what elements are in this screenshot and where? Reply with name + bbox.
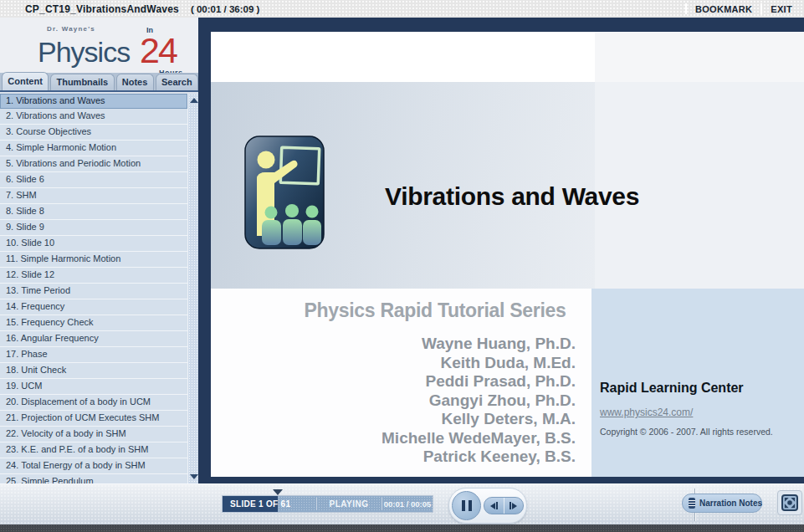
slide-counter: SLIDE 1 OF 61	[230, 496, 290, 512]
transport-controls	[448, 488, 527, 524]
slide-canvas: Vibrations and Waves Physics Rapid Tutor…	[211, 32, 804, 477]
presenter-classroom-icon	[244, 136, 325, 249]
toc-item[interactable]: 2. Vibrations and Waves	[0, 109, 187, 125]
toc-item[interactable]: 12. Slide 12	[0, 268, 187, 284]
toc-item[interactable]: 16. Angular Frequency	[0, 331, 187, 347]
toc-item[interactable]: 15. Frequency Check	[0, 315, 187, 331]
progress-bar[interactable]: SLIDE 1 OF 61 PLAYING 00:01 / 00:05	[222, 495, 433, 513]
sidebar: Dr. Wayne's Physics 24 In Hours ContentT…	[0, 18, 198, 483]
scroll-up-icon[interactable]	[190, 98, 198, 103]
player-bar: SLIDE 1 OF 61 PLAYING 00:01 / 00:05	[0, 483, 804, 524]
author-line: Wayne Huang, Ph.D.	[244, 335, 576, 354]
author-line: Kelly Deters, M.A.	[244, 410, 576, 429]
toc-item[interactable]: 24. Total Energy of a body in SHM	[0, 458, 187, 474]
toc-item[interactable]: 1. Vibrations and Waves	[0, 94, 187, 109]
toc-item[interactable]: 8. Slide 8	[0, 204, 187, 220]
pause-icon	[469, 500, 472, 511]
toc-item[interactable]: 4. Simple Harmonic Motion	[0, 141, 187, 156]
toc-item[interactable]: 14. Frequency	[0, 299, 187, 315]
separator	[685, 3, 687, 14]
toc-item[interactable]: 18. Unit Check	[0, 363, 187, 379]
window-elapsed-time: ( 00:01 / 36:09 )	[191, 4, 259, 14]
tab-search[interactable]: Search	[156, 74, 198, 90]
toc-item[interactable]: 11. Simple Harmonic Motion	[0, 252, 187, 268]
authors-list: Wayne Huang, Ph.D.Keith Duda, M.Ed.Peddi…	[244, 335, 576, 467]
exit-button[interactable]: EXIT	[771, 4, 792, 14]
fullscreen-icon	[781, 494, 798, 511]
toc-scrollbar[interactable]	[187, 94, 198, 483]
brand-name: Rapid Learning Center	[600, 381, 744, 396]
notes-icon	[689, 498, 695, 509]
toc-item[interactable]: 17. Phase	[0, 347, 187, 363]
series-subtitle: Physics Rapid Tutorial Series	[293, 299, 577, 322]
logo-in: In	[146, 26, 153, 34]
slide-time: 00:01 / 00:05	[382, 496, 433, 512]
title-bar: CP_CT19_VibrationsAndWaves ( 00:01 / 36:…	[0, 0, 804, 18]
seek-marker-icon[interactable]	[273, 489, 283, 495]
toc-item[interactable]: 7. SHM	[0, 188, 187, 204]
toc-item[interactable]: 6. Slide 6	[0, 172, 187, 188]
logo-word: Physics	[38, 36, 130, 69]
author-line: Peddi Prasad, Ph.D.	[244, 372, 576, 391]
notes-label: Narration Notes	[699, 499, 762, 508]
tab-content[interactable]: Content	[2, 72, 49, 90]
step-forward-icon	[512, 503, 517, 509]
brand-copyright: Copyright © 2006 - 2007. All rights rese…	[600, 427, 773, 437]
step-back-icon	[490, 503, 495, 509]
author-line: Patrick Keeney, B.S.	[244, 448, 576, 467]
slide-top-band	[595, 32, 804, 82]
step-forward-button[interactable]	[504, 498, 524, 514]
toc-item[interactable]: 13. Time Period	[0, 284, 187, 299]
brand-url-link[interactable]: www.physics24.com/	[600, 407, 693, 418]
logo-number: 24	[140, 30, 177, 71]
slide-stage: Vibrations and Waves Physics Rapid Tutor…	[198, 18, 804, 483]
brand-panel: Rapid Learning Center www.physics24.com/…	[591, 289, 804, 477]
author-line: Michelle WedeMayer, B.S.	[244, 429, 576, 448]
pause-icon	[462, 500, 465, 511]
fullscreen-button[interactable]	[777, 490, 802, 515]
toc-list: 1. Vibrations and Waves2. Vibrations and…	[0, 94, 187, 483]
toc-item[interactable]: 9. Slide 9	[0, 220, 187, 236]
tab-bar: ContentThumbnailsNotesSearch	[0, 73, 198, 92]
bookmark-button[interactable]: BOOKMARK	[695, 4, 752, 14]
separator	[760, 3, 762, 14]
step-buttons	[484, 497, 524, 514]
slide-title: Vibrations and Waves	[385, 182, 639, 211]
toc-item[interactable]: 10. Slide 10	[0, 236, 187, 252]
window-bottom-strip	[0, 524, 804, 532]
playback-status: PLAYING	[316, 496, 382, 512]
toc-item[interactable]: 22. Velocity of a body in SHM	[0, 427, 187, 442]
toc-item[interactable]: 21. Projection of UCM Executes SHM	[0, 411, 187, 427]
author-line: Gangyi Zhou, Ph.D.	[244, 391, 576, 411]
window-title: CP_CT19_VibrationsAndWaves	[25, 3, 179, 15]
toc-item[interactable]: 23. K.E. and P.E. of a body in SHM	[0, 442, 187, 458]
pause-button[interactable]	[452, 491, 481, 520]
logo-tagline: Dr. Wayne's	[47, 25, 95, 33]
app-window: CP_CT19_VibrationsAndWaves ( 00:01 / 36:…	[0, 0, 804, 532]
tab-thumbnails[interactable]: Thumbnails	[50, 74, 114, 90]
step-back-button[interactable]	[484, 498, 504, 514]
author-line: Keith Duda, M.Ed.	[244, 354, 576, 373]
toc-item[interactable]: 19. UCM	[0, 379, 187, 395]
toc-item[interactable]: 3. Course Objectives	[0, 125, 187, 141]
narration-notes-button[interactable]: Narration Notes	[682, 494, 762, 513]
scroll-down-icon[interactable]	[190, 474, 198, 479]
physics24-logo: Dr. Wayne's Physics 24 In Hours	[0, 18, 198, 74]
toc-item[interactable]: 5. Vibrations and Periodic Motion	[0, 156, 187, 172]
tab-notes[interactable]: Notes	[116, 74, 154, 90]
toc-item[interactable]: 25. Simple Pendulum	[0, 474, 187, 483]
toc-item[interactable]: 20. Displacement of a body in UCM	[0, 395, 187, 411]
